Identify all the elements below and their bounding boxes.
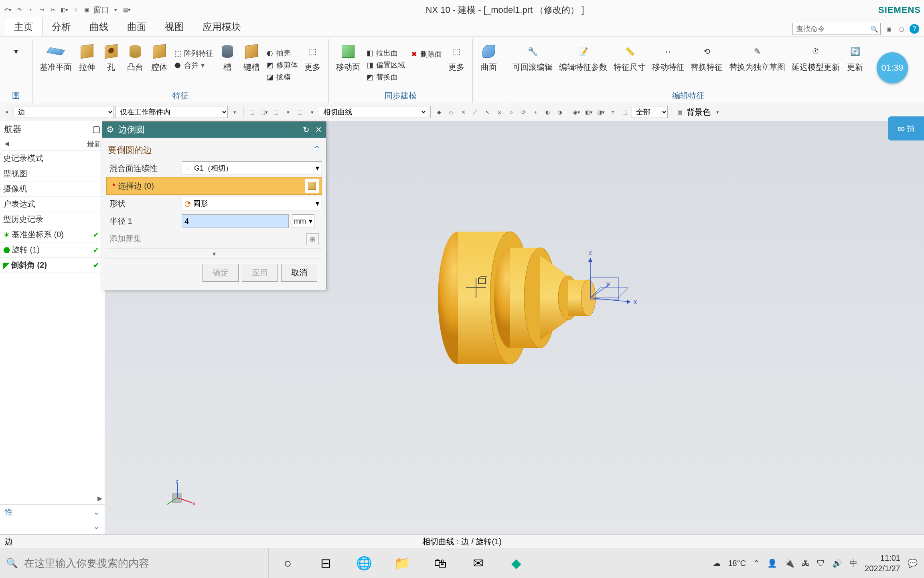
volume-icon[interactable]: 🔊 [832,558,842,568]
window-dropdown-icon[interactable]: ▾ [111,5,120,15]
pin-icon[interactable]: ▢ [92,124,101,134]
tb-icon-5[interactable]: ◆ [434,107,444,117]
touch-icon[interactable]: ☟ [71,5,80,15]
tb-dropdown-2[interactable]: ▾ [283,107,293,117]
continuity-select[interactable]: ⟋G1（相切）▾ [182,161,322,175]
nx-app-icon[interactable]: ◆ [497,548,535,578]
nav-item-model-views[interactable]: 型视图 [0,166,105,181]
search-icon[interactable]: 🔍 [870,25,878,33]
datum-plane-button[interactable]: 基准平面 [37,41,74,89]
delay-update-button[interactable]: ⏱延迟模型更新 [789,41,842,89]
notifications-icon[interactable]: 💬 [908,558,918,568]
copy-icon[interactable]: + [26,5,35,15]
tb-icon-13[interactable]: + [530,107,541,117]
taskbar-search[interactable]: 🔍 [0,548,269,578]
nav-scrollbar[interactable]: ▶ [0,495,105,504]
window-icon[interactable]: ▣ [82,5,91,15]
nav-item-history-mode[interactable]: 史记录模式 [0,151,105,166]
move-feature-button[interactable]: ↔移动特征 [650,41,687,89]
replace-feature-button[interactable]: ⟲替换特征 [688,41,725,89]
taskbar-search-input[interactable] [24,557,268,570]
tb-icon-16[interactable]: ◉▾ [571,107,582,117]
tab-application[interactable]: 应用模块 [193,17,250,37]
reset-icon[interactable]: ↻ [303,125,310,134]
more-sync-button[interactable]: ⬚更多 [445,41,468,89]
weather-text[interactable]: 18°C [728,559,746,568]
filter-type-select[interactable]: 边 [14,106,114,118]
dialog-section-edges[interactable]: 要倒圆的边 ⌃ [106,141,322,159]
command-search[interactable]: 🔍 [792,23,881,35]
shell-button[interactable]: ◐抽壳 [264,47,300,59]
nav-fold-properties[interactable]: 性⌄ [0,505,105,519]
search-icon[interactable]: 🔍 [0,558,24,569]
feature-dim-button[interactable]: 📏特征尺寸 [611,41,648,89]
replace-face-button[interactable]: ◩替换面 [364,71,407,83]
mail-icon[interactable]: ✉ [459,548,497,578]
layer-select[interactable]: 全部 [632,106,668,118]
select-edge-row[interactable]: *选择边 (0) [106,177,322,195]
radius-input[interactable] [182,214,289,228]
tb-icon-4[interactable]: ⬚ [295,107,305,117]
shape-select[interactable]: ◔圆形▾ [182,197,322,210]
col-arrow-icon[interactable]: ◄ [3,140,10,148]
ime-indicator[interactable]: 中 [849,558,857,569]
weather-icon[interactable]: ☁ [713,558,721,568]
nav-item-cameras[interactable]: 摄像机 [0,181,105,197]
bg-color-label[interactable]: 背景色 [687,107,711,118]
dialog-expand[interactable]: ▾ [106,248,322,259]
tb-dropdown-1[interactable]: ▾ [229,107,240,117]
unit-select[interactable]: mm▾ [292,214,314,228]
tab-surface[interactable]: 曲面 [118,17,156,37]
layout-icon[interactable]: ▤▾ [122,5,132,15]
tb-icon-19[interactable]: ≡ [608,107,618,117]
nav-fold-2[interactable]: ⌄ [0,519,105,533]
cortana-icon[interactable]: ○ [269,548,307,578]
tb-icon-1[interactable]: ⬚ [247,107,257,117]
more-features-button[interactable]: ⬚更多 [301,41,324,89]
sketch-dropdown[interactable]: ▾ [5,41,27,89]
tb-icon-15[interactable]: ◑ [554,107,565,117]
dialog-titlebar[interactable]: ⚙ 边倒圆 ↻ ✕ [102,122,326,138]
window-menu[interactable]: 窗口 [93,5,109,15]
search-input[interactable] [792,23,881,35]
pattern-feature-button[interactable]: ⬚阵列特征 [172,48,215,59]
minimize-ribbon-icon[interactable]: ▢ [897,24,906,34]
tb-icon-20[interactable]: ⬚ [620,107,630,117]
slot-button[interactable]: 槽 [216,41,239,89]
people-icon[interactable]: 👤 [767,558,777,568]
curve-rule-select[interactable]: 相切曲线 [319,106,427,118]
hole-button[interactable]: 孔 [100,41,122,89]
bg-dropdown-icon[interactable]: ▾ [712,107,723,117]
clock[interactable]: 11:01 2022/1/27 [865,553,900,574]
paste-icon[interactable]: ▭ [37,5,47,15]
explorer-icon[interactable]: 📁 [383,548,421,578]
redo-icon[interactable]: ↷ [14,5,24,15]
nav-item-chamfer[interactable]: ◤倒斜角 (2)✔ [0,258,105,273]
tray-chevron-icon[interactable]: ⌃ [753,558,760,568]
nav-item-user-expr[interactable]: 户表达式 [0,197,105,212]
undo-icon[interactable]: ↶▾ [3,5,13,15]
timer-badge[interactable]: 01:39 [877,52,908,83]
tb-icon-21[interactable]: ▦ [675,107,685,117]
trim-body-button[interactable]: ◩修剪体 [264,59,300,71]
rollback-edit-button[interactable]: 🔧可回滚编辑 [510,41,555,89]
surface-button[interactable]: 曲面 [478,41,500,90]
store-icon[interactable]: 🛍 [421,548,459,578]
extrude-button[interactable]: 拉伸 [76,41,98,89]
select-edge-button[interactable] [305,179,319,193]
cube-icon[interactable]: ◧▾ [59,5,69,15]
offset-region-button[interactable]: ◨偏置区域 [364,59,407,71]
apply-button[interactable]: 应用 [242,264,278,282]
tab-curve[interactable]: 曲线 [80,17,118,37]
add-set-icon[interactable]: ⊕ [306,233,319,245]
tb-icon-11[interactable]: ○ [506,107,517,117]
cloud-sync-badge[interactable]: ∞ 拍 [888,116,924,140]
tab-home[interactable]: 主页 [5,17,43,37]
ok-button[interactable]: 确定 [203,264,239,282]
nav-item-model-history[interactable]: 型历史记录 [0,212,105,227]
tb-icon-8[interactable]: ／ [470,107,480,117]
update-button[interactable]: 🔄更新 [844,41,866,89]
rib-button[interactable]: 键槽 [240,41,263,89]
usb-icon[interactable]: 🔌 [784,558,794,568]
filter-icon[interactable]: ▾ [2,107,12,117]
